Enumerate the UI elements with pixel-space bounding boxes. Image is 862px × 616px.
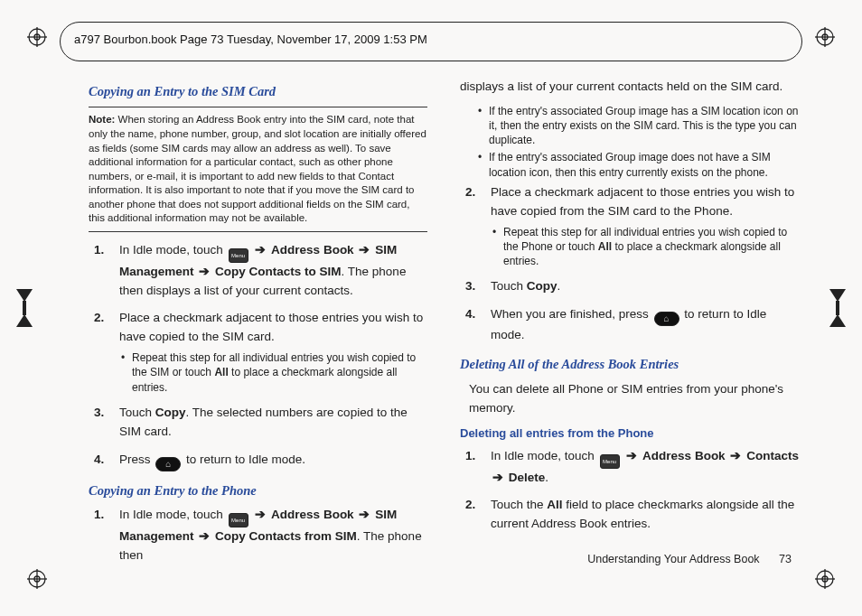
menu-icon: Menu [229, 248, 248, 263]
page-number: 73 [779, 553, 792, 565]
step-item: In Idle mode, touch Menu ➔ Address Book … [89, 506, 427, 565]
substep-item: Repeat this step for all individual entr… [119, 350, 427, 395]
menu-icon: Menu [600, 454, 620, 469]
note-box: Note: When storing an Address Book entry… [89, 107, 427, 231]
substep-item: Repeat this step for all individual entr… [491, 225, 799, 269]
heading-delete-from-phone: Deleting all entries from the Phone [460, 425, 799, 443]
arrow-icon: ➔ [359, 243, 370, 257]
path-segment: Delete [509, 471, 546, 484]
step-text: In Idle mode, touch [119, 508, 227, 521]
bold-copy: Copy [155, 406, 186, 419]
arrow-icon: ➔ [199, 265, 210, 278]
phone-key-icon: ⌂ [654, 312, 679, 326]
step-item: Place a checkmark adjacent to those entr… [89, 309, 427, 394]
step-item: Touch Copy. The selected numbers are cop… [89, 404, 427, 442]
running-header: a797 Bourbon.book Page 73 Tuesday, Novem… [74, 33, 427, 46]
arrow-icon: ➔ [730, 449, 741, 462]
arrow-icon: ➔ [492, 471, 503, 484]
note-label: Note: [89, 114, 115, 125]
step-text: Place a checkmark adjacent to those entr… [119, 311, 423, 343]
crop-mark-icon [815, 27, 835, 47]
step-text: Touch [119, 406, 155, 419]
arrow-icon: ➔ [255, 243, 266, 257]
path-segment: Address Book [271, 243, 354, 257]
bold-all: All [214, 366, 228, 378]
step-text: Touch [491, 279, 527, 293]
bold-all: All [598, 240, 612, 253]
svg-marker-19 [829, 289, 846, 302]
step-item: Place a checkmark adjacent to those entr… [460, 183, 799, 268]
delete-intro-para: You can delete all Phone or SIM entries … [469, 380, 799, 418]
svg-marker-18 [16, 314, 33, 327]
right-column: displays a list of your current contacts… [460, 74, 799, 562]
step-text: Place a checkmark adjacent to those entr… [491, 185, 794, 218]
path-segment: Copy Contacts to SIM [215, 265, 342, 278]
crop-mark-icon [815, 569, 835, 589]
chapter-title: Understanding Your Address Book [587, 553, 759, 565]
step-text: Press [119, 453, 154, 466]
arrow-icon: ➔ [626, 449, 637, 462]
menu-icon: Menu [229, 513, 248, 527]
bold-all: All [547, 498, 562, 511]
path-segment: Address Book [642, 449, 726, 462]
registration-mark-icon [11, 289, 38, 327]
step-item: Press ⌂ to return to Idle mode. [89, 451, 427, 471]
step-text: In Idle mode, touch [119, 243, 227, 257]
arrow-icon: ➔ [359, 508, 370, 521]
registration-mark-icon [824, 289, 851, 327]
heading-delete-all: Deleting All of the Address Book Entries [460, 354, 799, 374]
path-segment: Address Book [271, 508, 354, 521]
substep-item: If the entry's associated Group image ha… [476, 104, 799, 148]
arrow-icon: ➔ [255, 508, 266, 521]
svg-rect-20 [836, 301, 839, 315]
step-item: Touch the All field to place checkmarks … [460, 496, 799, 534]
svg-marker-21 [829, 314, 846, 327]
steps-delete-from-phone: In Idle mode, touch Menu ➔ Address Book … [460, 447, 799, 535]
step-text: In Idle mode, touch [491, 449, 598, 462]
step-tail: to return to Idle mode. [186, 453, 305, 466]
svg-rect-17 [23, 301, 26, 315]
phone-key-icon: ⌂ [155, 457, 181, 471]
step-item: In Idle mode, touch Menu ➔ Address Book … [89, 241, 427, 301]
path-segment: Contacts [746, 449, 799, 462]
step-tail: . [545, 471, 548, 484]
note-text: When storing an Address Book entry into … [89, 114, 426, 223]
steps-copy-to-sim: In Idle mode, touch Menu ➔ Address Book … [89, 241, 427, 471]
steps-copy-to-phone: In Idle mode, touch Menu ➔ Address Book … [89, 506, 427, 565]
heading-copy-to-phone: Copying an Entry to the Phone [89, 481, 427, 500]
continuation-para: displays a list of your current contacts… [460, 78, 799, 97]
crop-mark-icon [27, 569, 47, 589]
step-item: In Idle mode, touch Menu ➔ Address Book … [460, 447, 799, 488]
left-column: Copying an Entry to the SIM Card Note: W… [89, 74, 427, 562]
svg-marker-16 [16, 289, 33, 302]
heading-copy-to-sim: Copying an Entry to the SIM Card [89, 81, 427, 101]
substep-item: If the entry's associated Group image do… [476, 150, 799, 179]
steps-copy-from-sim-cont: Place a checkmark adjacent to those entr… [460, 183, 799, 345]
step-text: When you are finished, press [491, 307, 652, 321]
arrow-icon: ➔ [199, 529, 210, 543]
crop-mark-icon [27, 27, 47, 47]
step-text: Touch the [491, 498, 547, 511]
page-footer: Understanding Your Address Book 73 [587, 553, 792, 565]
path-segment: Copy Contacts from SIM [215, 529, 357, 543]
bold-copy: Copy [527, 279, 557, 293]
step-tail: . [557, 279, 561, 293]
step-item: Touch Copy. [460, 277, 799, 296]
step-item: When you are finished, press ⌂ to return… [460, 305, 799, 345]
